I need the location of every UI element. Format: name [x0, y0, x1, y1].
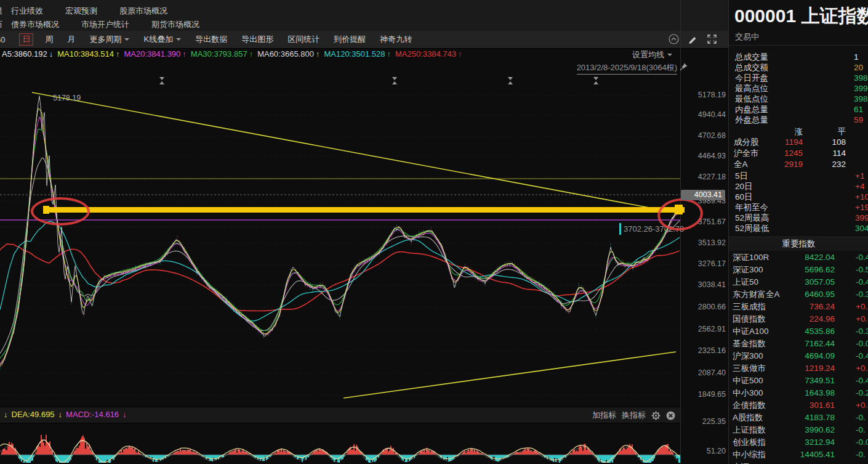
index-row[interactable]: A股指数 4183.78 -0. — [729, 412, 868, 424]
axis-tick-label: 4940.44 — [683, 110, 726, 119]
index-row[interactable]: 中小综指 14405.41 -0. — [729, 449, 868, 461]
stat-label: 总成交额 — [735, 63, 768, 72]
toolbar-button[interactable]: 到价提醒 — [334, 34, 366, 45]
gear-icon[interactable] — [651, 411, 661, 420]
index-row[interactable]: 深证300 5696.62 -0.5 — [729, 264, 868, 276]
index-value: 3057.05 — [782, 276, 835, 288]
index-row[interactable]: 三板做市 1219.24 +0.2 — [729, 362, 868, 375]
index-value: 5696.62 — [782, 264, 835, 276]
toolbar-button[interactable]: 区间统计 — [287, 34, 319, 45]
quote-stats: 总成交量 1 总成交额 20 今日开盘 398 最高点位 399 最低点位 39… — [729, 52, 868, 125]
index-row[interactable]: 深证100R 8422.04 -0.4 — [729, 251, 868, 264]
index-change: +0. — [856, 301, 867, 313]
stat-label: 外盘总量 — [735, 115, 768, 124]
index-change: +0.2 — [856, 362, 868, 375]
toolbar-button[interactable]: 周 — [45, 34, 53, 45]
axis-tick-label: 3276.17 — [683, 259, 726, 268]
toolbar-button[interactable]: 更多周期 — [89, 34, 129, 45]
toolbar-button[interactable]: 日 — [19, 33, 33, 46]
main-chart-canvas[interactable] — [0, 48, 680, 407]
toolbar-button[interactable]: 神奇九转 — [380, 34, 412, 45]
close-indicator-icon[interactable] — [666, 411, 675, 420]
toolbar-button[interactable]: 60 — [0, 35, 5, 44]
stat-value: 59 — [854, 115, 863, 125]
menu-item[interactable]: 行业绩效 — [11, 6, 43, 17]
index-row[interactable]: 中证A100 4535.86 -0.3 — [729, 325, 868, 338]
axis-tick-label: 2325.16 — [683, 346, 726, 355]
menu-item[interactable]: 期货市场概况 — [151, 19, 199, 30]
toolbar-button[interactable]: K线叠加 — [143, 34, 181, 45]
toolbar-button[interactable]: 导出图形 — [241, 34, 273, 45]
menu-item[interactable]: 宏观预测 — [65, 6, 97, 17]
menu-item[interactable]: 市场开户统计 — [81, 19, 129, 30]
index-row[interactable]: 中小300 1643.98 -0.2 — [729, 387, 868, 399]
indicator-value: ↓ — [123, 410, 127, 419]
stat-label: 最高点位 — [735, 84, 768, 93]
date-range-link[interactable]: 2013/2/8-2025/9/18(3064根) — [577, 62, 677, 75]
ma-label: MA30:3793.857 — [191, 49, 247, 59]
index-row[interactable]: 上证指数 3990.62 -0. — [729, 424, 868, 436]
period-row: 52周最高 399 — [729, 213, 868, 223]
switch-indicator-button[interactable]: 换指标 — [622, 410, 646, 421]
indicator-actions: 加指标 换指标 — [592, 410, 675, 421]
index-row[interactable]: 创业板指 3212.94 -0.0 — [729, 436, 868, 449]
axis-tick-label: 5178.19 — [683, 91, 726, 99]
quote-sidebar: 000001 上证指数 交易中 总成交量 1 总成交额 20 今日开盘 398 … — [728, 0, 868, 464]
index-value: 7349.51 — [782, 375, 835, 387]
index-name: 上证100 — [733, 461, 763, 464]
breadth-rows: 成分股 1194 108 沪全市 1245 114 全A 2919 232 — [729, 137, 868, 170]
index-value: 7162.44 — [782, 338, 835, 350]
collapse-circle-icon[interactable] — [669, 34, 679, 44]
ma-value: MA120:3501.528↑ — [324, 49, 391, 59]
index-name: 上证指数 — [733, 424, 766, 436]
toolbar-button[interactable]: 月 — [67, 34, 75, 45]
ma-label: MA60:3665.800 — [257, 49, 314, 59]
axis-tick-label: 3038.41 — [683, 280, 726, 289]
menu-item[interactable]: 债券市场概况 — [11, 19, 59, 30]
index-row[interactable]: 上证100 10258.98 — [729, 461, 868, 464]
axis-tick-label: 4464.93 — [683, 152, 726, 160]
index-value: 1643.98 — [782, 387, 835, 399]
axis-tick-label: 225.35 — [683, 417, 726, 426]
period-row: 60日 +10 — [729, 192, 868, 202]
index-value: 224.96 — [782, 313, 835, 325]
macd-pane-canvas[interactable] — [0, 422, 680, 464]
index-change: -0.4 — [856, 375, 868, 387]
toolbar-button[interactable]: 导出数据 — [195, 34, 227, 45]
menu-item-clipped[interactable]: 模 — [0, 6, 2, 17]
index-row[interactable]: 企债指数 301.61 +0.0 — [729, 399, 868, 412]
indicator-value: ↓ — [58, 410, 63, 419]
period-value: +4 — [855, 181, 864, 192]
axis-tick-label: 2800.66 — [683, 303, 726, 311]
range-tooltip-tick — [619, 223, 621, 235]
menu-item[interactable]: 股票市场概况 — [119, 6, 167, 17]
index-value: 4535.86 — [782, 325, 835, 338]
menu-item-clipped[interactable]: 历 — [0, 19, 2, 30]
index-value: 3212.94 — [782, 436, 835, 449]
axis-tick-label: 3513.92 — [683, 238, 726, 247]
index-row[interactable]: 三板成指 736.24 +0. — [729, 301, 868, 313]
index-change: +0.0 — [856, 399, 868, 412]
indicator-value: ↓ — [4, 410, 8, 419]
annotation-ellipse-left[interactable] — [31, 197, 90, 226]
pin-icon[interactable] — [679, 62, 688, 71]
add-indicator-button[interactable]: 加指标 — [592, 410, 616, 421]
stat-row: 总成交额 20 — [729, 62, 868, 73]
index-row[interactable]: 上证50 3057.05 -0.4 — [729, 276, 868, 288]
indices-section-header: 重要指数 — [729, 237, 868, 251]
breadth-row: 全A 2919 232 — [729, 159, 868, 170]
index-row[interactable]: 东方财富全A 6460.95 -0.3 — [729, 288, 868, 301]
top-menu-bar: 模 行业绩效宏观预测股票市场概况 历 债券市场概况市场开户统计期货市场概况 — [0, 0, 728, 31]
index-row[interactable]: 国债指数 224.96 +0.0 — [729, 313, 868, 325]
index-row[interactable]: 沪深300 4694.09 -0.4 — [729, 350, 868, 362]
stat-label: 最低点位 — [735, 94, 768, 104]
index-row[interactable]: 中证500 7349.51 -0.4 — [729, 375, 868, 387]
axis-tick-label: 51.20 — [683, 447, 726, 455]
drawn-horizontal-band[interactable] — [44, 207, 685, 213]
index-change: -0.5 — [856, 264, 868, 276]
ma-value: MA20:3841.390↑ — [124, 49, 187, 59]
ma-label: A5:3860.192 — [2, 49, 47, 59]
index-row[interactable]: 基金指数 7162.44 -0.0 — [729, 338, 868, 350]
ma-trend-arrow: ↑ — [116, 49, 120, 59]
ma-settings-button[interactable]: 设置均线 — [632, 49, 672, 60]
